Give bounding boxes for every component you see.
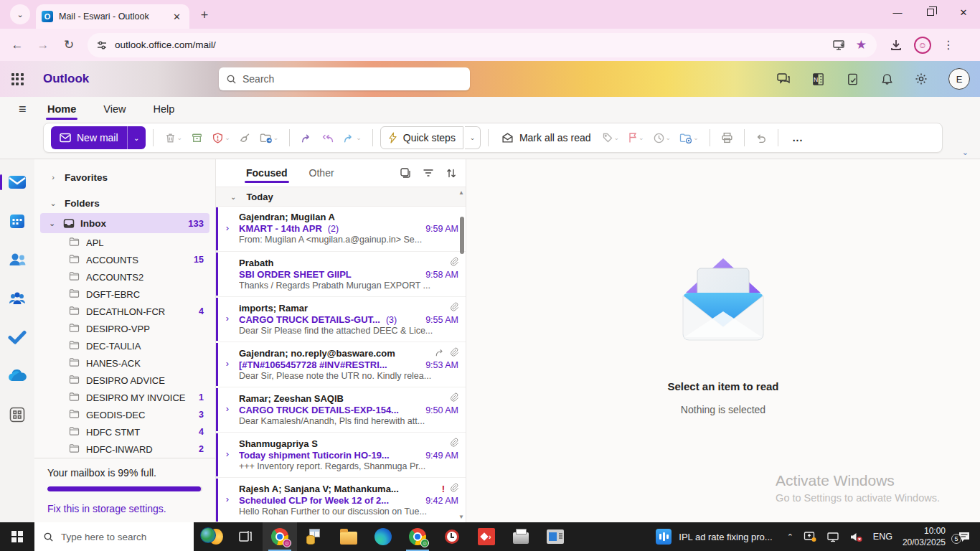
url-text[interactable]: outlook.office.com/mail/ bbox=[115, 39, 826, 50]
start-button[interactable] bbox=[0, 522, 34, 551]
sidebar-folder-desipro-vpp[interactable]: DESIPRO-VPP bbox=[34, 320, 215, 337]
email-list-item[interactable]: ›Shanmugapriya SToday shipment Tuticorin… bbox=[216, 433, 466, 478]
quick-steps-dropdown[interactable]: ⌄ bbox=[465, 126, 481, 149]
chevron-right-icon[interactable]: › bbox=[49, 173, 57, 182]
hamburger-menu-icon[interactable]: ≡ bbox=[19, 102, 27, 117]
tab-other[interactable]: Other bbox=[308, 163, 336, 183]
task-view-button[interactable] bbox=[228, 522, 263, 551]
email-list-item[interactable]: ›Rajesh A; Sanjana V; Mathankuma...!Sche… bbox=[216, 478, 466, 522]
taskbar-alarm-app[interactable] bbox=[435, 522, 469, 551]
storage-settings-link[interactable]: Fix this in storage settings. bbox=[47, 503, 202, 514]
expand-conversation-icon[interactable]: › bbox=[216, 212, 239, 247]
print-button[interactable] bbox=[717, 126, 737, 149]
sidebar-folder-accounts[interactable]: ACCOUNTS15 bbox=[34, 251, 215, 268]
taskbar-chrome-second[interactable]: ☺ bbox=[400, 522, 435, 551]
quick-steps-button[interactable]: Quick steps bbox=[380, 126, 463, 149]
sidebar-folder-hdfc-stmt[interactable]: HDFC STMT4 bbox=[34, 423, 215, 441]
tab-search-caret-icon[interactable]: ⌄ bbox=[10, 4, 30, 24]
email-list-item[interactable]: ›imports; RamarCARGO TRUCK DETAILS-GUT..… bbox=[216, 297, 466, 342]
close-button[interactable]: ✕ bbox=[947, 0, 980, 24]
sidebar-folder-desipro-advice[interactable]: DESIPRO ADVICE bbox=[34, 372, 215, 389]
sidebar-folder-decathlon-fcr[interactable]: DECATHLON-FCR4 bbox=[34, 303, 215, 320]
rail-todo-icon[interactable] bbox=[6, 326, 29, 349]
forward-button[interactable]: → bbox=[32, 34, 55, 57]
delete-button[interactable]: ⌄ bbox=[161, 126, 187, 149]
select-messages-icon[interactable] bbox=[400, 167, 411, 179]
restore-button[interactable] bbox=[914, 0, 947, 24]
taskbar-search-box[interactable]: Type here to search bbox=[34, 522, 194, 551]
sidebar-folder-accounts2[interactable]: ACCOUNTS2 bbox=[34, 268, 215, 286]
bookmark-star-icon[interactable]: ★ bbox=[856, 37, 867, 52]
new-mail-dropdown[interactable]: ⌄ bbox=[127, 126, 146, 149]
move-to-button[interactable]: ⌄ bbox=[256, 126, 283, 149]
address-bar[interactable]: outlook.office.com/mail/ ★ bbox=[88, 33, 877, 57]
email-list-item[interactable]: ›Gajendran; no.reply@basware.com[#TN#106… bbox=[216, 342, 466, 387]
language-indicator[interactable]: ENG bbox=[873, 532, 892, 542]
todo-icon[interactable] bbox=[845, 72, 859, 86]
sidebar-folder-apl[interactable]: APL bbox=[34, 234, 215, 251]
taskbar-edge[interactable] bbox=[366, 522, 400, 551]
archive-button[interactable] bbox=[187, 126, 207, 149]
sort-icon[interactable] bbox=[446, 168, 457, 179]
favorites-section[interactable]: › Favorites bbox=[34, 168, 215, 187]
ribbon-tab-help[interactable]: Help bbox=[151, 100, 176, 118]
reply-all-button[interactable] bbox=[318, 126, 338, 149]
rules-button[interactable]: ⌄ bbox=[676, 126, 702, 149]
ribbon-tab-home[interactable]: Home bbox=[46, 100, 77, 118]
settings-gear-icon[interactable] bbox=[914, 72, 928, 86]
chevron-down-icon[interactable]: ⌄ bbox=[49, 219, 57, 228]
scroll-down-arrow[interactable]: ▼ bbox=[458, 514, 464, 520]
filter-icon[interactable] bbox=[423, 168, 434, 178]
report-button[interactable]: ⌄ bbox=[208, 126, 234, 149]
taskbar-scanner-app[interactable] bbox=[504, 522, 538, 551]
sidebar-folder-hanes-ack[interactable]: HANES-ACK bbox=[34, 354, 215, 372]
sweep-button[interactable] bbox=[235, 126, 255, 149]
notification-center-button[interactable]: 5 bbox=[956, 531, 973, 542]
flag-button[interactable]: ⌄ bbox=[624, 126, 648, 149]
rail-calendar-icon[interactable] bbox=[6, 209, 29, 232]
onenote-icon[interactable]: N bbox=[811, 72, 825, 86]
email-list-item[interactable]: ›Ramar; Zeeshan SAQIBCARGO TRUCK DETAILS… bbox=[216, 387, 466, 433]
reload-button[interactable]: ↻ bbox=[57, 34, 80, 57]
expand-conversation-icon[interactable]: › bbox=[216, 392, 239, 428]
minimize-button[interactable]: — bbox=[881, 0, 914, 24]
sidebar-item-inbox[interactable]: ⌄ Inbox 133 bbox=[40, 213, 209, 233]
expand-conversation-icon[interactable]: › bbox=[216, 302, 239, 337]
tab-close-icon[interactable]: ✕ bbox=[170, 11, 184, 22]
ribbon-collapse-icon[interactable]: ⌄ bbox=[962, 148, 969, 157]
rail-more-apps-icon[interactable] bbox=[6, 403, 29, 426]
chevron-down-icon[interactable]: ⌄ bbox=[230, 193, 236, 201]
ribbon-tab-view[interactable]: View bbox=[102, 100, 127, 118]
tray-volume-muted-icon[interactable] bbox=[849, 532, 863, 542]
taskbar-weather-icon[interactable] bbox=[194, 522, 228, 551]
browser-menu-icon[interactable]: ⋮ bbox=[943, 38, 954, 52]
notifications-bell-icon[interactable] bbox=[880, 72, 894, 86]
scroll-up-arrow[interactable]: ▲ bbox=[458, 189, 464, 196]
chevron-down-icon[interactable]: ⌄ bbox=[49, 199, 57, 208]
site-info-icon[interactable] bbox=[96, 39, 108, 51]
taskbar-database-app[interactable] bbox=[297, 522, 331, 551]
more-options-button[interactable]: ... bbox=[786, 132, 811, 143]
rail-groups-icon[interactable] bbox=[6, 287, 29, 310]
categorize-button[interactable]: ⌄ bbox=[598, 126, 623, 149]
taskbar-remote-app[interactable] bbox=[538, 522, 573, 551]
tab-focused[interactable]: Focused bbox=[245, 163, 289, 183]
expand-conversation-icon[interactable]: › bbox=[216, 347, 239, 382]
rail-mail-icon[interactable] bbox=[6, 171, 29, 194]
tray-screenshare-icon[interactable] bbox=[804, 531, 816, 542]
downloads-icon[interactable] bbox=[890, 39, 903, 52]
reply-button[interactable] bbox=[297, 126, 316, 149]
snooze-button[interactable]: ⌄ bbox=[649, 126, 675, 149]
mark-all-read-button[interactable]: Mark all as read bbox=[496, 132, 597, 143]
expand-conversation-icon[interactable]: › bbox=[216, 483, 239, 518]
outlook-logo[interactable]: Outlook bbox=[43, 72, 89, 86]
email-list-item[interactable]: ›Gajendran; Mugilan AKMART - 14th APR(2)… bbox=[216, 207, 466, 252]
expand-conversation-icon[interactable]: › bbox=[216, 438, 239, 473]
new-tab-button[interactable]: + bbox=[195, 6, 214, 24]
folders-section[interactable]: ⌄ Folders bbox=[34, 194, 215, 212]
tray-expand-icon[interactable]: ⌃ bbox=[787, 532, 793, 542]
rail-people-icon[interactable] bbox=[6, 248, 29, 271]
chat-icon[interactable] bbox=[776, 72, 791, 86]
sidebar-folder-dec-taulia[interactable]: DEC-TAULIA bbox=[34, 337, 215, 354]
sidebar-folder-geodis-dec[interactable]: GEODIS-DEC3 bbox=[34, 406, 215, 423]
